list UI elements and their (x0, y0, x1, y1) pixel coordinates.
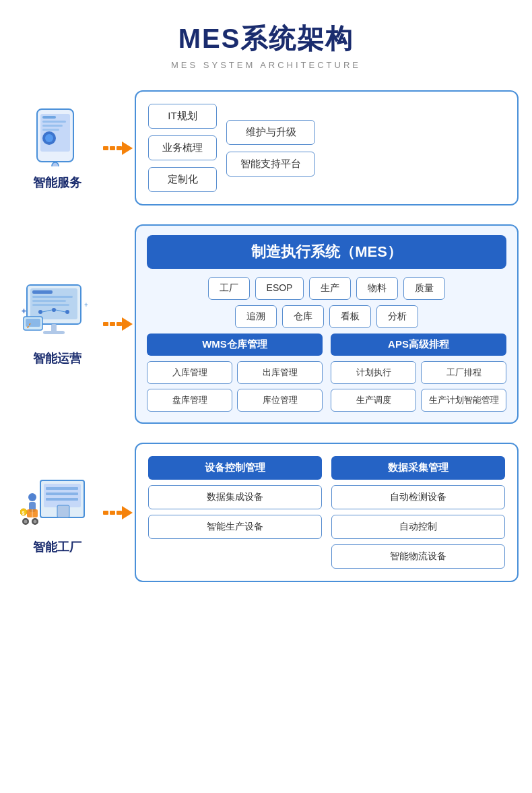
s3-col1: 设备控制管理 数据集成设备 智能生产设备 (148, 456, 322, 569)
section-2: + + 智能运营 制造执行系统（MES） 工厂 ESOP 生产 物料 质量 追溯… (13, 224, 519, 424)
svg-point-46 (34, 519, 37, 523)
svg-point-7 (45, 134, 53, 142)
svg-rect-2 (42, 116, 56, 119)
tag-quality: 质量 (403, 277, 445, 300)
svg-rect-37 (46, 487, 78, 490)
factory-icon: $ (20, 470, 94, 531)
svg-marker-12 (122, 141, 133, 155)
section-3: $ 智能工厂 设备控制管理 数据集成设备 智能生产设备 数据采集 (13, 443, 519, 582)
aps-title: APS高级排程 (331, 334, 506, 356)
svg-rect-18 (32, 304, 69, 306)
svg-point-8 (52, 162, 59, 166)
tag-trace: 追溯 (235, 305, 277, 328)
svg-text:$: $ (22, 511, 25, 516)
svg-rect-10 (110, 146, 115, 150)
s3-content-box: 设备控制管理 数据集成设备 智能生产设备 数据采集管理 自动检测设备 自动控制 … (135, 443, 519, 582)
svg-rect-39 (46, 498, 78, 501)
svg-rect-40 (57, 505, 69, 517)
tag-production: 生产 (309, 277, 351, 300)
tag-esop: ESOP (255, 277, 304, 300)
page-title: MES系统架构 (171, 20, 361, 57)
svg-rect-38 (46, 493, 78, 495)
wms-title: WMS仓库管理 (147, 334, 323, 356)
s3-c2-tag-0: 自动检测设备 (331, 485, 505, 509)
page-header: MES系统架构 MES SYSTEM ARCHITECTURE (171, 20, 361, 70)
s2-main-title: 制造执行系统（MES） (147, 235, 506, 269)
svg-rect-33 (117, 322, 122, 326)
section-3-label: 智能工厂 (33, 539, 81, 555)
wms-tag-2: 盘库管理 (147, 389, 232, 412)
s1-grid: IT规划 业务梳理 定制化 维护与升级 智能支持平台 (148, 104, 505, 192)
svg-rect-17 (32, 300, 66, 302)
s2-content-box: 制造执行系统（MES） 工厂 ESOP 生产 物料 质量 追溯 仓库 看板 分析… (135, 224, 519, 424)
s3-grid: 设备控制管理 数据集成设备 智能生产设备 数据采集管理 自动检测设备 自动控制 … (148, 456, 505, 569)
aps-tag-1: 工厂排程 (421, 361, 506, 384)
svg-point-21 (65, 310, 69, 314)
svg-marker-54 (122, 506, 133, 519)
wms-tag-3: 库位管理 (237, 389, 323, 412)
icon-area-s3: $ 智能工厂 (13, 470, 101, 555)
svg-rect-25 (43, 331, 65, 334)
svg-rect-9 (103, 146, 108, 150)
s1-right-tags: 维护与升级 智能支持平台 (226, 104, 315, 192)
tag-analysis: 分析 (376, 305, 418, 328)
icon-area-s2: + + 智能运营 (13, 282, 101, 367)
s3-col1-title: 设备控制管理 (148, 456, 322, 480)
svg-point-20 (52, 308, 56, 312)
svg-text:+: + (84, 301, 88, 309)
aps-tags: 计划执行 工厂排程 生产调度 生产计划智能管理 (331, 361, 506, 412)
s3-col1-tags: 数据集成设备 智能生产设备 (148, 485, 322, 539)
aps-tag-0: 计划执行 (331, 361, 416, 384)
aps-box: APS高级排程 计划执行 工厂排程 生产调度 生产计划智能管理 (331, 334, 506, 412)
svg-rect-15 (32, 290, 53, 294)
svg-marker-34 (122, 317, 133, 331)
s2-bottom: WMS仓库管理 入库管理 出库管理 盘库管理 库位管理 APS高级排程 计划执行… (147, 334, 506, 412)
s3-col2-title: 数据采集管理 (331, 456, 505, 480)
s3-col2-tags: 自动检测设备 自动控制 智能物流设备 (331, 485, 505, 569)
section-2-label: 智能运营 (33, 350, 81, 367)
svg-rect-3 (42, 121, 66, 123)
section-1: 智能服务 IT规划 业务梳理 定制化 维护与升级 智能支持平台 (13, 90, 519, 205)
arrow-s2 (101, 315, 135, 334)
arrow-s3 (101, 503, 135, 522)
svg-point-41 (28, 493, 36, 501)
tag-smart-support: 智能支持平台 (226, 152, 315, 177)
svg-rect-27 (26, 319, 40, 327)
wms-tag-1: 出库管理 (237, 361, 323, 384)
s1-content-box: IT规划 业务梳理 定制化 维护与升级 智能支持平台 (135, 90, 519, 205)
page-subtitle: MES SYSTEM ARCHITECTURE (171, 60, 361, 70)
tag-maintenance: 维护与升级 (226, 120, 315, 145)
aps-tag-2: 生产调度 (331, 389, 416, 412)
tag-material: 物料 (356, 277, 398, 300)
s1-left-tags: IT规划 业务梳理 定制化 (148, 104, 217, 192)
svg-rect-16 (32, 296, 73, 298)
svg-rect-5 (42, 129, 59, 131)
monitor-icon: + + (20, 282, 94, 342)
tag-business: 业务梳理 (148, 135, 217, 160)
s2-row2: 追溯 仓库 看板 分析 (147, 305, 506, 328)
aps-tag-3: 生产计划智能管理 (421, 389, 506, 412)
tag-kanban: 看板 (329, 305, 371, 328)
s2-row1: 工厂 ESOP 生产 物料 质量 (147, 277, 506, 300)
s3-col2: 数据采集管理 自动检测设备 自动控制 智能物流设备 (331, 456, 505, 569)
icon-area-s1: 智能服务 (13, 106, 101, 191)
s3-c1-tag-1: 智能生产设备 (148, 515, 322, 539)
tag-warehouse: 仓库 (282, 305, 324, 328)
phone-icon (20, 106, 94, 166)
svg-point-19 (38, 310, 42, 314)
s3-c1-tag-0: 数据集成设备 (148, 485, 322, 509)
tag-it-planning: IT规划 (148, 104, 217, 129)
tag-factory: 工厂 (208, 277, 250, 300)
svg-rect-51 (103, 511, 108, 515)
tag-custom: 定制化 (148, 167, 217, 192)
arrow-s1 (101, 139, 135, 158)
s3-c2-tag-1: 自动控制 (331, 515, 505, 539)
section-1-label: 智能服务 (33, 175, 81, 191)
svg-rect-4 (42, 125, 63, 127)
svg-text:+: + (22, 307, 26, 316)
svg-point-48 (24, 519, 28, 523)
s3-c2-tag-2: 智能物流设备 (331, 544, 505, 569)
wms-tag-0: 入库管理 (147, 361, 232, 384)
svg-rect-31 (103, 322, 108, 326)
wms-tags: 入库管理 出库管理 盘库管理 库位管理 (147, 361, 323, 412)
